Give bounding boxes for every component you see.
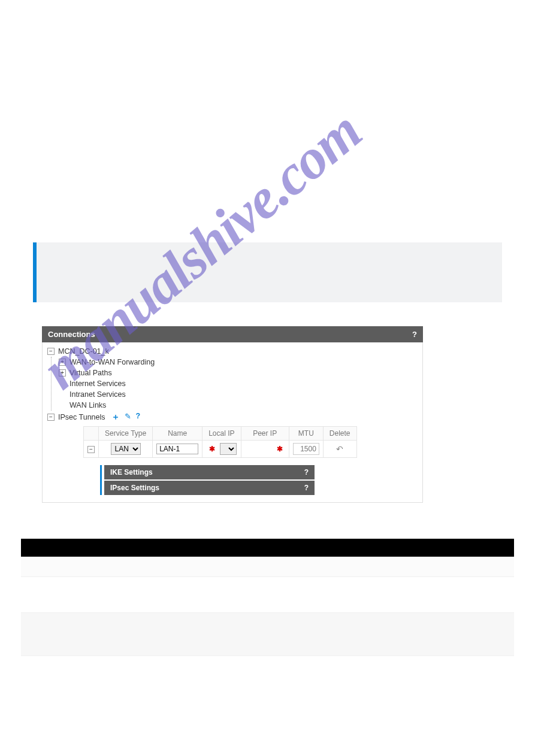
tree-item[interactable]: Internet Services <box>59 378 418 389</box>
localip-select[interactable] <box>220 443 237 455</box>
tree-item-ipsec[interactable]: IPsec Tunnels ＋ ✎ ? <box>47 411 418 424</box>
required-asterisk: ✱ <box>274 445 285 453</box>
bullet-icon <box>326 588 500 591</box>
col-mtu: MTU <box>289 427 323 441</box>
tree-item[interactable]: WAN Links <box>59 400 418 411</box>
col-service: Service Type <box>99 427 153 441</box>
ike-label: IKE Settings <box>110 468 153 476</box>
connections-panel: Connections ? MCN_DC-01_k WAN-to-WAN For… <box>42 326 423 503</box>
help-icon[interactable]: ? <box>136 412 141 423</box>
tree-item-label: WAN Links <box>69 401 106 409</box>
tree-root-label: MCN_DC-01_k <box>58 347 109 356</box>
tree-item-label: Internet Services <box>69 379 126 388</box>
expand-icon[interactable] <box>59 369 66 377</box>
tree-item-label: IPsec Tunnels <box>58 413 105 421</box>
plus-icon[interactable]: ＋ <box>111 412 120 423</box>
tree-item[interactable]: Intranet Services <box>59 389 418 400</box>
ike-settings-bar[interactable]: IKE Settings ? <box>104 465 315 479</box>
help-icon[interactable]: ? <box>304 468 309 476</box>
mtu-input[interactable] <box>293 443 319 455</box>
help-icon[interactable]: ? <box>412 330 417 339</box>
col-localip: Local IP <box>202 427 241 441</box>
table-row: LAN ✱ ✱ <box>84 441 357 458</box>
tree-item[interactable]: Virtual Paths <box>59 368 418 378</box>
panel-header: Connections ? <box>42 326 423 342</box>
tree-item[interactable]: WAN-to-WAN Forwarding <box>59 357 418 368</box>
ipsec-subtable: Service Type Name Local IP Peer IP MTU D… <box>83 426 418 458</box>
table-header-strip <box>21 539 514 557</box>
col-blank <box>84 427 99 441</box>
tree-root[interactable]: MCN_DC-01_k <box>47 346 418 357</box>
required-asterisk: ✱ <box>207 445 217 453</box>
col-name: Name <box>153 427 202 441</box>
ipsec-settings-bar[interactable]: IPsec Settings ? <box>104 481 315 495</box>
col-delete: Delete <box>323 427 356 441</box>
col-peerip: Peer IP <box>241 427 289 441</box>
bullet-icon <box>326 633 500 637</box>
tree-item-label: Intranet Services <box>69 390 126 399</box>
tree: MCN_DC-01_k WAN-to-WAN Forwarding Virtua… <box>42 342 423 503</box>
stub-table <box>21 539 514 656</box>
tree-item-label: WAN-to-WAN Forwarding <box>69 358 155 366</box>
panel-title: Connections <box>48 330 95 339</box>
ipsec-label: IPsec Settings <box>110 484 159 492</box>
expand-icon[interactable] <box>59 359 66 366</box>
name-input[interactable] <box>156 444 198 454</box>
pencil-icon[interactable]: ✎ <box>125 412 131 423</box>
tree-item-label: Virtual Paths <box>69 369 112 377</box>
service-type-select[interactable]: LAN <box>111 443 141 455</box>
help-icon[interactable]: ? <box>304 484 309 492</box>
collapse-icon[interactable] <box>47 414 55 421</box>
collapse-icon[interactable] <box>47 348 55 355</box>
collapse-icon[interactable] <box>87 446 95 453</box>
undo-icon[interactable]: ↶ <box>336 444 343 454</box>
note-stripe <box>33 242 502 302</box>
